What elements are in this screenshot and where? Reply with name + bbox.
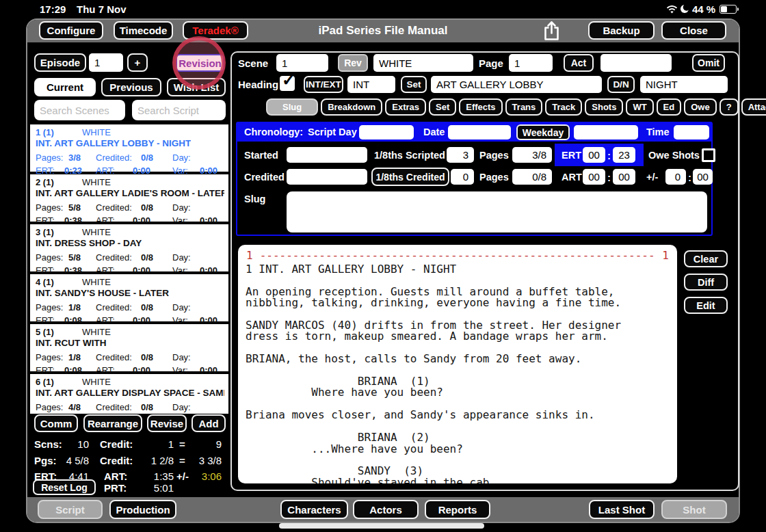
equals-sign: =	[179, 438, 185, 450]
app-title: iPad Series File Manual	[306, 24, 460, 38]
scene-list-item-5[interactable]: 5 (1)WHITE INT. RCUT WITH Pages:1/8Credi…	[30, 324, 228, 374]
ert-label: ERT	[562, 150, 581, 161]
tab-effects[interactable]: Effects	[459, 98, 502, 116]
tab-trans[interactable]: Trans	[505, 98, 543, 116]
revision-button[interactable]: Revision	[176, 54, 224, 72]
int-ext-field[interactable]	[347, 76, 395, 93]
tab-set[interactable]: Set	[429, 98, 456, 116]
started-field[interactable]	[287, 147, 367, 163]
home-indicator[interactable]	[279, 523, 484, 529]
tab-extras[interactable]: Extras	[385, 98, 426, 116]
revise-button[interactable]: Revise	[147, 414, 187, 432]
eighths-scripted-field[interactable]	[447, 147, 474, 163]
scene-list-item-2[interactable]: 2 (1)WHITE INT. ART GALLERY LADIE'S ROOM…	[30, 174, 228, 224]
pm-minutes-field[interactable]	[693, 169, 713, 185]
ert-minutes-field[interactable]	[613, 147, 635, 163]
eighths-credited-field[interactable]	[451, 169, 474, 185]
credit-pages-value: 1 2/8	[134, 455, 174, 466]
scene-number-field[interactable]	[276, 54, 328, 72]
episode-number-field[interactable]	[89, 53, 123, 72]
pages-credited-field[interactable]	[512, 169, 552, 185]
heading-checkbox[interactable]: ✓	[280, 76, 295, 91]
script-view[interactable]: 1 --------------------------------------…	[238, 245, 677, 483]
tab-previous[interactable]: Previous	[101, 78, 161, 96]
shot-button[interactable]: Shot	[661, 500, 727, 519]
int-ext-button[interactable]: INT/EXT	[304, 76, 343, 93]
production-mode-button[interactable]: Production	[109, 500, 176, 519]
scene-list-item-1[interactable]: 1 (1)WHITE INT. ART GALLERY LOBBY - NIGH…	[30, 124, 228, 174]
diff-button[interactable]: Diff	[684, 274, 728, 291]
omit-button[interactable]: Omit	[692, 54, 725, 72]
slug-textarea[interactable]	[287, 191, 707, 232]
close-button[interactable]: Close	[661, 21, 726, 40]
scene-label: Scene	[238, 57, 268, 69]
pm-hours-field[interactable]	[665, 169, 686, 185]
art-total-label: ART:	[104, 470, 127, 482]
ert-hours-field[interactable]	[583, 147, 605, 163]
edit-button[interactable]: Edit	[684, 297, 728, 314]
backup-button[interactable]: Backup	[588, 21, 655, 40]
weekday-button[interactable]: Weekday	[516, 124, 570, 140]
comm-button[interactable]: Comm	[34, 414, 78, 432]
tab-slug[interactable]: Slug	[266, 98, 318, 116]
characters-button[interactable]: Characters	[280, 500, 348, 519]
heading-label: Heading	[238, 79, 278, 90]
search-script-input[interactable]	[132, 100, 226, 120]
timecode-button[interactable]: Timecode	[114, 21, 173, 40]
art-hours-field[interactable]	[583, 169, 605, 185]
rearrange-button[interactable]: Rearrange	[83, 414, 142, 432]
tab-ed[interactable]: Ed	[657, 98, 682, 116]
revision-color-field[interactable]	[373, 54, 473, 72]
episode-button[interactable]: Episode	[34, 53, 86, 72]
tab-breakdown[interactable]: Breakdown	[321, 98, 382, 116]
script-day-field[interactable]	[359, 125, 414, 139]
scene-list-item-3[interactable]: 3 (1)WHITE INT. DRESS SHOP - DAY Pages:5…	[30, 224, 228, 274]
scene-list-item-4[interactable]: 4 (1)WHITE INT. SANDY'S HOUSE - LATER Pa…	[30, 274, 228, 324]
tab-shots[interactable]: Shots	[585, 98, 623, 116]
page-number-field[interactable]	[509, 54, 553, 72]
script-page-rule: 1 --------------------------------------…	[238, 245, 677, 262]
weekday-field[interactable]	[574, 125, 638, 139]
teradek-button[interactable]: Teradek®	[183, 21, 248, 40]
act-field[interactable]	[600, 54, 672, 72]
script-mode-button[interactable]: Script	[38, 500, 103, 519]
search-scenes-input[interactable]	[34, 100, 125, 120]
rev-button[interactable]: Rev	[338, 54, 368, 72]
add-scene-button[interactable]: Add	[192, 414, 226, 432]
tab-current[interactable]: Current	[34, 78, 96, 96]
art-minutes-field[interactable]	[613, 169, 635, 185]
pages-credited-label: Pages	[479, 172, 509, 183]
tab-track[interactable]: Track	[545, 98, 582, 116]
pages-scripted-field[interactable]	[512, 147, 552, 163]
time-field[interactable]	[674, 125, 709, 139]
reset-log-button[interactable]: Reset Log	[33, 479, 96, 495]
owe-shots-checkbox[interactable]	[702, 148, 715, 162]
date-field[interactable]	[448, 125, 511, 139]
prt-value: 5:01	[134, 482, 174, 494]
day-night-button[interactable]: D/N	[607, 76, 635, 93]
set-field[interactable]	[431, 76, 602, 93]
reports-button[interactable]: Reports	[425, 500, 490, 519]
clear-button[interactable]: Clear	[684, 250, 728, 267]
credit-scenes-label: Credit:	[100, 438, 133, 450]
eighths-credited-button[interactable]: 1/8ths Credited	[371, 168, 449, 186]
configure-button[interactable]: Configure	[39, 21, 103, 40]
set-button[interactable]: Set	[401, 76, 427, 93]
last-shot-button[interactable]: Last Shot	[589, 500, 655, 519]
tab-owe[interactable]: Owe	[684, 98, 716, 116]
tab-wt[interactable]: WT	[626, 98, 653, 116]
act-button[interactable]: Act	[564, 54, 594, 72]
tab-attachments[interactable]: Attachments	[741, 98, 766, 116]
pm-label: +/-	[646, 172, 658, 183]
tab-question[interactable]: ?	[719, 98, 739, 116]
credited-field[interactable]	[287, 169, 367, 185]
credit-pages-remaining: 3 3/8	[190, 455, 222, 466]
share-icon[interactable]	[542, 21, 561, 44]
actors-button[interactable]: Actors	[353, 500, 419, 519]
plus-minus-label: +/-	[176, 470, 189, 482]
pages-scripted-label: Pages	[479, 150, 509, 161]
tab-wish-list[interactable]: Wish List	[167, 78, 226, 96]
scene-list-item-6[interactable]: 6 (1)WHITE INT. ART GALLERY DISPLAY SPAC…	[30, 374, 228, 414]
add-episode-button[interactable]: +	[127, 53, 148, 72]
day-night-field[interactable]	[640, 76, 728, 93]
